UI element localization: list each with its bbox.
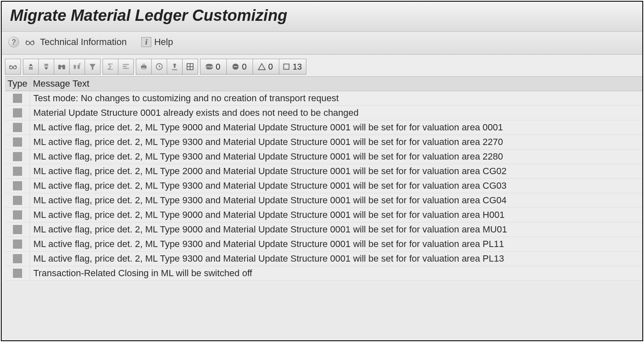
app-window: Migrate Material Ledger Customizing ? Te… [1, 1, 643, 341]
table-row[interactable]: ML active flag, price det. 2, ML Type 93… [5, 179, 642, 193]
svg-rect-14 [142, 67, 145, 70]
status-square-icon [13, 152, 22, 161]
status-square-icon [13, 167, 22, 176]
help-button[interactable]: i [141, 36, 152, 48]
glasses-icon [8, 62, 18, 71]
table-row[interactable]: ML active flag, price det. 2, ML Type 90… [5, 222, 642, 237]
content-area: STOP 0 0 0 13 Type Message Text Test mod… [2, 55, 642, 281]
printer-icon [139, 62, 148, 71]
alv-toolbar: STOP 0 0 0 13 [5, 58, 642, 75]
stop-count-button[interactable]: STOP 0 [200, 59, 227, 75]
warning-count-button[interactable]: 0 [253, 59, 279, 75]
message-text-cell: ML active flag, price det. 2, ML Type 93… [30, 135, 642, 149]
details-button[interactable] [5, 59, 21, 75]
sort-desc-button[interactable] [38, 59, 54, 75]
print-button[interactable] [136, 59, 152, 75]
error-count: 0 [242, 62, 246, 72]
sort-asc-icon [26, 62, 35, 71]
status-square-icon [13, 269, 22, 278]
layout-button[interactable] [182, 59, 198, 75]
message-type-cell [5, 164, 30, 178]
column-header-type[interactable]: Type [5, 77, 30, 91]
svg-rect-6 [61, 65, 63, 67]
table-row[interactable]: Transaction-Related Closing in ML will b… [5, 266, 642, 281]
table-row[interactable]: ML active flag, price det. 2, ML Type 93… [5, 237, 642, 252]
funnel-icon [88, 62, 97, 71]
subtotal-button[interactable] [118, 59, 134, 75]
stop-count: 0 [216, 62, 220, 72]
message-type-cell [5, 208, 30, 222]
stop-icon: STOP [205, 62, 214, 71]
view-button[interactable] [151, 59, 167, 75]
status-square-icon [13, 181, 22, 190]
svg-rect-21 [284, 64, 289, 70]
message-type-cell [5, 91, 30, 105]
filter-button[interactable] [85, 59, 100, 75]
svg-rect-13 [142, 64, 145, 66]
status-square-icon [13, 210, 22, 220]
error-icon [231, 62, 240, 71]
table-row[interactable]: Material Update Structure 0001 already e… [5, 106, 642, 120]
title-bar: Migrate Material Ledger Customizing [2, 2, 642, 32]
warning-count: 0 [268, 62, 273, 72]
svg-rect-9 [123, 64, 129, 65]
status-square-icon [13, 254, 22, 263]
technical-info-button[interactable] [23, 36, 38, 48]
table-row[interactable]: ML active flag, price det. 2, ML Type 93… [5, 252, 642, 266]
grid-body: Test mode: No changes to customizing and… [5, 91, 642, 281]
svg-rect-11 [123, 68, 129, 69]
info-icon: i [141, 37, 151, 47]
info-count-button[interactable]: 13 [279, 59, 306, 75]
message-type-cell [5, 120, 30, 135]
binoculars-icon [57, 62, 66, 71]
technical-info-label: Technical Information [40, 37, 127, 47]
binoculars-plus-icon [73, 62, 82, 71]
grid-header: Type Message Text [5, 76, 642, 91]
svg-rect-10 [123, 66, 127, 67]
help-label: Help [154, 37, 173, 47]
svg-rect-4 [58, 65, 61, 69]
column-header-message[interactable]: Message Text [30, 77, 642, 91]
table-row[interactable]: ML active flag, price det. 2, ML Type 93… [5, 135, 642, 150]
message-text-cell: Test mode: No changes to customizing and… [30, 91, 642, 105]
message-text-cell: ML active flag, price det. 2, ML Type 90… [30, 222, 642, 237]
status-square-icon [13, 108, 22, 117]
message-type-cell [5, 266, 30, 280]
message-text-cell: ML active flag, price det. 2, ML Type 93… [30, 237, 642, 251]
status-square-icon [13, 137, 22, 147]
find-button[interactable] [54, 59, 70, 75]
sort-asc-button[interactable] [23, 59, 39, 75]
help-question-button[interactable]: ? [8, 36, 20, 48]
message-text-cell: ML active flag, price det. 2, ML Type 90… [30, 208, 642, 222]
grid-icon [185, 62, 195, 71]
table-row[interactable]: ML active flag, price det. 2, ML Type 20… [5, 164, 642, 179]
table-row[interactable]: ML active flag, price det. 2, ML Type 93… [5, 150, 642, 164]
clock-icon [155, 62, 164, 71]
info-count: 13 [293, 62, 302, 72]
svg-rect-7 [74, 65, 76, 69]
error-count-button[interactable]: 0 [226, 59, 253, 75]
message-text-cell: Transaction-Related Closing in ML will b… [30, 266, 642, 280]
message-type-cell [5, 179, 30, 193]
export-button[interactable] [167, 59, 183, 75]
subtotal-icon [121, 62, 130, 71]
message-text-cell: ML active flag, price det. 2, ML Type 93… [30, 252, 642, 266]
page-title: Migrate Material Ledger Customizing [10, 7, 634, 25]
table-row[interactable]: ML active flag, price det. 2, ML Type 90… [5, 120, 642, 135]
message-type-cell [5, 193, 30, 207]
status-square-icon [13, 196, 22, 205]
message-type-cell [5, 222, 30, 237]
status-square-icon [13, 240, 22, 249]
sum-button[interactable] [103, 59, 118, 75]
table-row[interactable]: ML active flag, price det. 2, ML Type 93… [5, 193, 642, 208]
table-row[interactable]: Test mode: No changes to customizing and… [5, 91, 642, 106]
message-grid: Type Message Text Test mode: No changes … [5, 76, 642, 281]
message-type-cell [5, 150, 30, 164]
svg-rect-5 [63, 65, 65, 69]
message-text-cell: ML active flag, price det. 2, ML Type 93… [30, 150, 642, 164]
glasses-icon [25, 37, 35, 47]
message-text-cell: ML active flag, price det. 2, ML Type 93… [30, 179, 642, 193]
svg-rect-8 [78, 65, 80, 69]
table-row[interactable]: ML active flag, price det. 2, ML Type 90… [5, 208, 642, 222]
find-next-button[interactable] [69, 59, 85, 75]
